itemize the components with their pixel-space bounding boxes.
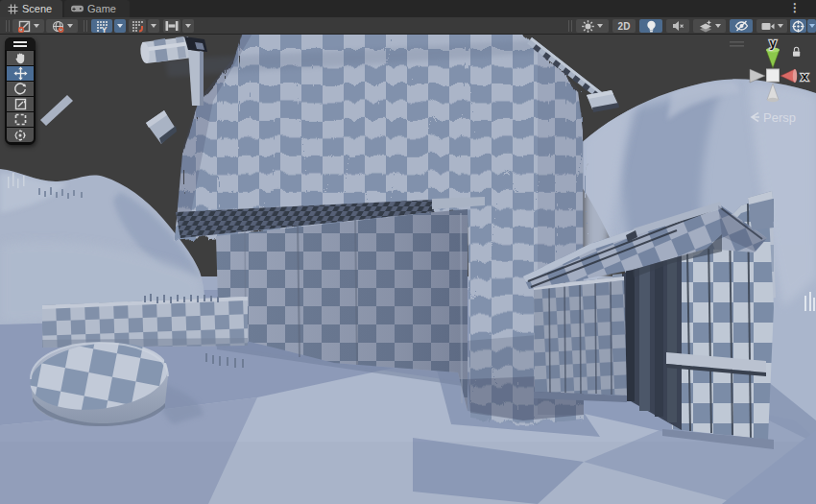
svg-text:y: y [769, 36, 777, 50]
svg-text:x: x [801, 69, 808, 84]
svg-text:Persp: Persp [763, 110, 796, 125]
svg-text:Y: Y [101, 25, 107, 33]
